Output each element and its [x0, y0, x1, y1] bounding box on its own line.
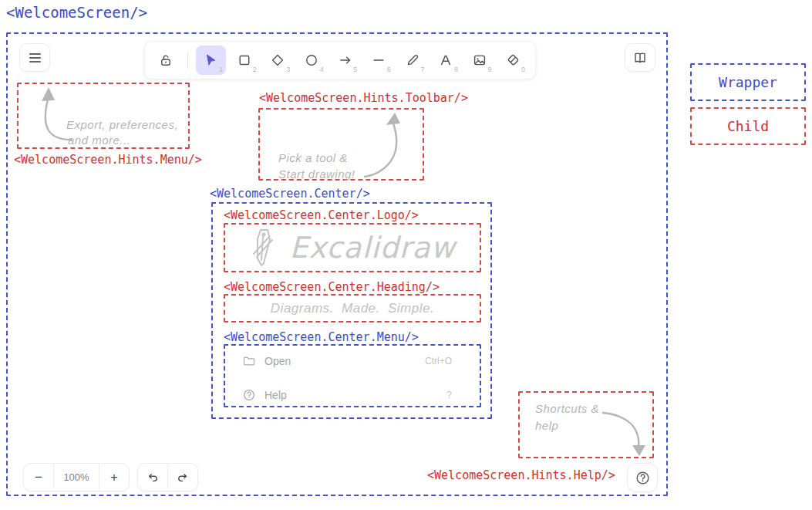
hint-toolbar-text-line1: Pick a tool & — [278, 151, 348, 164]
hints-help-child-box: Shortcuts & help — [518, 391, 654, 458]
menu-item-open-text: Open — [264, 355, 291, 367]
hints-menu-child-box: Export, preferences, and more... — [17, 83, 190, 149]
menu-item-help-text: Help — [264, 389, 287, 401]
unlocked-padlock-icon — [158, 52, 174, 68]
zoom-level-value[interactable]: 100% — [54, 464, 99, 491]
undo-redo-controls — [137, 463, 198, 491]
menu-item-help-shortcut: ? — [446, 390, 452, 400]
center-heading-child-box: Diagrams. Made. Simple. — [224, 294, 481, 323]
hint-help-text-line2: help — [535, 419, 558, 432]
zoom-in-button[interactable]: + — [99, 464, 129, 491]
excalidraw-pen-nib-icon — [249, 228, 278, 268]
question-circle-icon — [635, 470, 651, 486]
center-label: <WelcomeScreen.Center/> — [210, 187, 370, 201]
question-circle-icon — [242, 388, 256, 402]
toolbar-divider — [187, 52, 188, 69]
legend-wrapper-box: Wrapper — [690, 63, 806, 101]
legend-wrapper-text: Wrapper — [719, 74, 777, 90]
tool-arrow-button[interactable]: 5 — [330, 46, 361, 75]
pencil-icon — [405, 52, 420, 68]
menu-item-open-shortcut: Ctrl+O — [425, 356, 452, 366]
tool-draw-button[interactable]: 7 — [397, 46, 428, 75]
redo-arrow-icon — [176, 471, 190, 485]
hints-toolbar-child-box: Pick a tool & Start drawing! — [258, 108, 424, 181]
center-menu-wrapper-box: Open Ctrl+O Help ? — [224, 344, 481, 407]
center-heading-label: <WelcomeScreen.Center.Heading/> — [224, 280, 440, 294]
hints-menu-label: <WelcomeScreen.Hints.Menu/> — [14, 153, 202, 167]
open-book-icon — [632, 50, 648, 66]
hints-toolbar-label: <WelcomeScreen.Hints.Toolbar/> — [259, 91, 468, 105]
welcomescreen-root-label: <WelcomeScreen/> — [6, 4, 147, 21]
menu-item-open[interactable]: Open Ctrl+O — [234, 350, 452, 372]
center-menu-label: <WelcomeScreen.Center.Menu/> — [224, 330, 419, 344]
tool-ellipse-button[interactable]: 4 — [296, 46, 327, 75]
tool-selection-button[interactable]: 1 — [196, 46, 227, 75]
zoom-controls: − 100% + — [23, 463, 130, 491]
circle-icon — [304, 52, 319, 68]
legend-child-box: Child — [690, 107, 806, 145]
tool-eraser-button[interactable]: 0 — [498, 46, 529, 75]
legend-child-text: Child — [727, 118, 769, 134]
minus-icon: − — [35, 470, 42, 485]
heading-text: Diagrams. Made. Simple. — [271, 301, 434, 316]
picture-icon — [472, 52, 487, 68]
tool-line-button[interactable]: 6 — [363, 46, 394, 75]
cursor-arrow-icon — [203, 52, 218, 68]
library-button[interactable] — [625, 43, 655, 72]
help-button[interactable] — [627, 463, 658, 492]
undo-button[interactable] — [138, 464, 167, 491]
center-wrapper-box: <WelcomeScreen.Center.Logo/> Excalidraw … — [211, 202, 492, 419]
hints-help-label: <WelcomeScreen.Hints.Help/> — [427, 468, 615, 482]
hint-menu-text-line1: Export, preferences, — [66, 118, 178, 131]
tool-rectangle-button[interactable]: 2 — [229, 46, 260, 75]
hint-toolbar-text-line2: Start drawing! — [278, 167, 355, 181]
letter-a-icon — [438, 52, 453, 68]
right-arrow-icon — [338, 52, 353, 68]
redo-button[interactable] — [168, 464, 197, 491]
center-logo-child-box: Excalidraw — [224, 223, 481, 272]
hint-help-text-line1: Shortcuts & — [535, 402, 599, 415]
center-logo-label: <WelcomeScreen.Center.Logo/> — [224, 208, 419, 222]
undo-arrow-icon — [146, 471, 160, 485]
plus-icon: + — [110, 470, 118, 485]
toolbar: 1 2 3 4 5 6 7 — [144, 41, 536, 79]
hint-menu-text-line2: and more... — [68, 133, 130, 147]
folder-icon — [242, 354, 256, 368]
diamond-icon — [270, 52, 285, 68]
curved-arrow-up-icon — [359, 111, 420, 179]
zoom-out-button[interactable]: − — [24, 464, 53, 491]
horizontal-line-icon — [371, 52, 386, 68]
hamburger-icon — [29, 53, 41, 55]
square-icon — [237, 52, 252, 68]
tool-diamond-button[interactable]: 3 — [263, 46, 294, 75]
lock-tool-button[interactable] — [152, 46, 180, 75]
curved-arrow-down-icon — [597, 405, 651, 458]
menu-item-help[interactable]: Help ? — [234, 384, 452, 406]
hamburger-menu-button[interactable] — [19, 43, 50, 72]
tool-image-button[interactable]: 9 — [464, 46, 495, 75]
excalidraw-logo-text: Excalidraw — [289, 231, 455, 265]
tool-text-button[interactable]: 8 — [430, 46, 461, 75]
eraser-icon — [505, 52, 521, 68]
